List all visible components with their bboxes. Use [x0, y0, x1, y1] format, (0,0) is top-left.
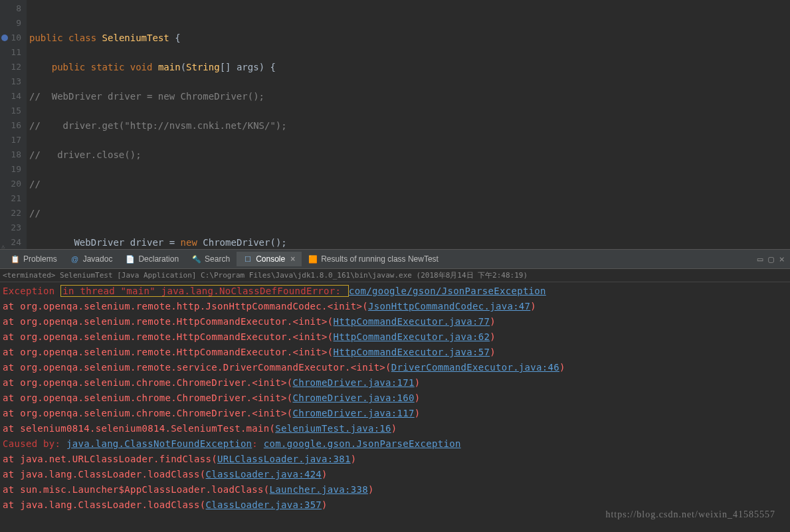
minimize-icon[interactable]: ▭ [757, 254, 763, 264]
tab-javadoc[interactable]: @Javadoc [64, 252, 120, 266]
stack-link[interactable]: HttpCommandExecutor.java:57 [334, 347, 490, 357]
exception-link[interactable]: com.google.gson.JsonParseException [264, 438, 461, 449]
close-icon[interactable]: × [290, 254, 295, 264]
stack-link[interactable]: URLClassLoader.java:381 [217, 454, 351, 464]
stack-link[interactable]: DriverCommandExecutor.java:46 [391, 362, 559, 373]
gutter-num: 20 [0, 177, 21, 191]
breakpoint-icon[interactable] [1, 35, 8, 41]
stack-link[interactable]: ClassLoader.java:424 [206, 469, 322, 480]
gutter-num: 18 [0, 147, 21, 162]
stack-link[interactable]: HttpCommandExecutor.java:62 [334, 331, 490, 342]
tab-problems[interactable]: 📋Problems [4, 252, 64, 266]
gutter-num: 11 [0, 45, 21, 60]
tab-console[interactable]: ☐Console× [237, 252, 302, 266]
gutter-num: 13 [0, 74, 21, 89]
stack-link[interactable]: SeleniumTest.java:16 [275, 423, 391, 434]
tab-label: Javadoc [83, 254, 113, 264]
view-controls: ▭ ▢ × [757, 254, 790, 264]
search-icon: 🔦 [192, 254, 201, 264]
exception-link[interactable]: com/google/gson/JsonParseException [349, 286, 546, 296]
console-header: <terminated> SeleniumTest [Java Applicat… [0, 269, 790, 282]
stack-link[interactable]: ChromeDriver.java:171 [292, 377, 414, 388]
tab-label: Search [205, 254, 230, 264]
stack-link[interactable]: ChromeDriver.java:117 [292, 408, 414, 418]
console-icon: ☐ [243, 254, 252, 264]
watermark: https://blog.csdn.net/weixin_41585557 [605, 509, 775, 520]
stack-link[interactable]: ChromeDriver.java:160 [292, 393, 414, 403]
console-output[interactable]: Exception in thread "main" java.lang.NoC… [0, 282, 790, 514]
gutter-num: 16 [0, 118, 21, 133]
gutter-num: 9 [0, 16, 21, 31]
tab-results[interactable]: 🟧Results of running class NewTest [302, 252, 445, 266]
tab-label: Console [256, 254, 285, 264]
tab-search[interactable]: 🔦Search [185, 252, 237, 266]
close-view-icon[interactable]: × [779, 254, 785, 264]
exception-link[interactable]: java.lang.ClassNotFoundException [66, 438, 252, 449]
problems-icon: 📋 [11, 254, 20, 264]
stack-link[interactable]: ClassLoader.java:357 [206, 499, 322, 510]
results-icon: 🟧 [308, 254, 318, 264]
gutter-num: 14 [0, 89, 21, 104]
code-area[interactable]: public class SeleniumTest { public stati… [27, 0, 365, 249]
warning-icon: ⚠ [1, 239, 5, 249]
tab-label: Problems [23, 254, 57, 264]
tab-label: Results of running class NewTest [321, 254, 439, 264]
declaration-icon: 📄 [126, 254, 135, 264]
gutter-num: 21 [0, 191, 21, 206]
stack-link[interactable]: JsonHttpCommandCodec.java:47 [368, 301, 530, 311]
gutter-num: 19 [0, 162, 21, 177]
editor-pane: 8 9 10 11 12 13 14 15 16 17 18 19 20 21 … [0, 0, 790, 249]
tab-declaration[interactable]: 📄Declaration [119, 252, 185, 266]
stack-link[interactable]: HttpCommandExecutor.java:77 [334, 316, 490, 327]
gutter-num: 8 [0, 1, 21, 16]
stack-link[interactable]: Launcher.java:338 [270, 484, 368, 495]
gutter: 8 9 10 11 12 13 14 15 16 17 18 19 20 21 … [0, 0, 27, 249]
gutter-num: ⚠24 [0, 235, 21, 249]
gutter-num: 23 [0, 221, 21, 235]
tab-label: Declaration [138, 254, 179, 264]
gutter-num: 15 [0, 104, 21, 118]
gutter-num: 17 [0, 133, 21, 147]
views-tabbar: 📋Problems @Javadoc 📄Declaration 🔦Search … [0, 249, 790, 269]
gutter-num: 22 [0, 206, 21, 221]
javadoc-icon: @ [70, 254, 80, 264]
gutter-num[interactable]: 10 [0, 31, 21, 45]
gutter-num: 12 [0, 60, 21, 74]
maximize-icon[interactable]: ▢ [768, 254, 773, 264]
